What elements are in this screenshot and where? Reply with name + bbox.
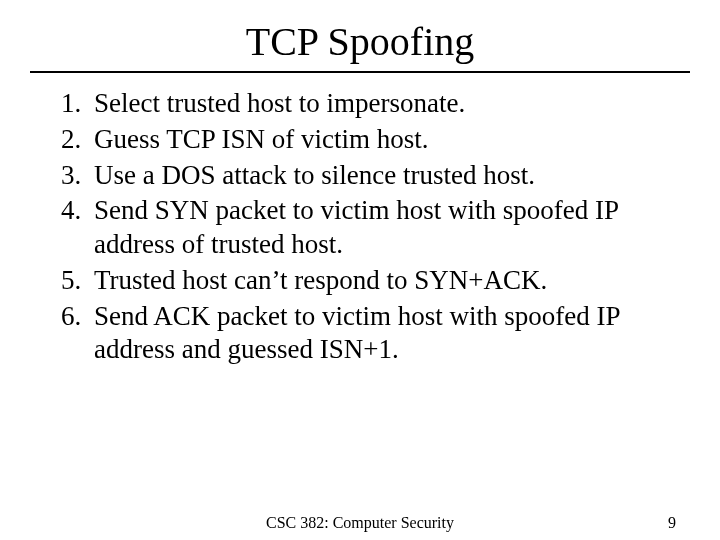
- title-block: TCP Spoofing: [0, 0, 720, 73]
- list-item: Trusted host can’t respond to SYN+ACK.: [88, 264, 680, 298]
- footer-course: CSC 382: Computer Security: [0, 514, 720, 532]
- list-item: Send ACK packet to victim host with spoo…: [88, 300, 680, 368]
- list-item: Guess TCP ISN of victim host.: [88, 123, 680, 157]
- steps-list: Select trusted host to impersonate. Gues…: [40, 87, 680, 367]
- list-item: Select trusted host to impersonate.: [88, 87, 680, 121]
- footer-page-number: 9: [668, 514, 676, 532]
- content-area: Select trusted host to impersonate. Gues…: [0, 73, 720, 367]
- slide: TCP Spoofing Select trusted host to impe…: [0, 0, 720, 540]
- slide-title: TCP Spoofing: [0, 18, 720, 71]
- list-item: Use a DOS attack to silence trusted host…: [88, 159, 680, 193]
- list-item: Send SYN packet to victim host with spoo…: [88, 194, 680, 262]
